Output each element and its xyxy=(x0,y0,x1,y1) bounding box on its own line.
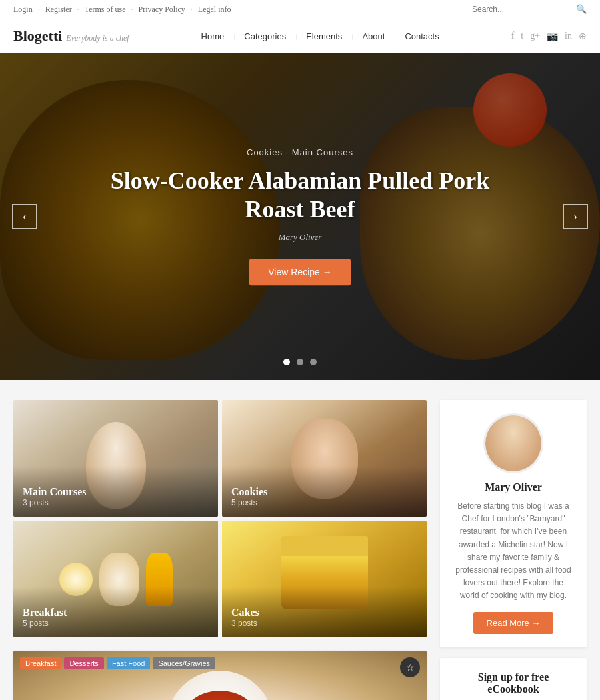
recent-post-image: Breakfast Desserts Fast Food Sauces/Grav… xyxy=(13,651,427,700)
view-recipe-button[interactable]: View Recipe → xyxy=(249,259,350,286)
main-content: Main Courses 3 posts Cookies 5 posts xyxy=(0,380,600,700)
bookmark-icon[interactable]: ☆ xyxy=(400,657,420,677)
topbar-login[interactable]: Login xyxy=(13,5,33,15)
signup-title: Sign up for free eCookbook xyxy=(453,671,573,695)
hero-author: Mary Oliver xyxy=(100,233,500,243)
hero-prev-button[interactable]: ‹ xyxy=(12,204,37,229)
author-bio: Before starting this blog I was a Chef f… xyxy=(453,500,573,603)
category-card-cakes[interactable]: Cakes 3 posts xyxy=(222,521,427,637)
category-posts: 5 posts xyxy=(23,619,209,628)
hero-dot-2[interactable] xyxy=(297,359,303,365)
recent-post-wrapper: Breakfast Desserts Fast Food Sauces/Grav… xyxy=(13,651,427,700)
hero-slider: Cookies · Main Courses Slow-Cooker Alaba… xyxy=(0,53,600,380)
category-posts: 3 posts xyxy=(23,498,209,507)
signup-card: Sign up for free eCookbook Subscribe and… xyxy=(440,658,587,701)
linkedin-icon[interactable]: in xyxy=(565,31,572,41)
author-card: Mary Oliver Before starting this blog I … xyxy=(440,400,587,647)
left-column: Main Courses 3 posts Cookies 5 posts xyxy=(13,400,427,700)
tag-sauces[interactable]: Sauces/Gravies xyxy=(153,657,215,669)
nav-home[interactable]: Home xyxy=(192,31,234,41)
nav-contacts[interactable]: Contacts xyxy=(395,31,448,41)
facebook-icon[interactable]: f xyxy=(511,31,515,41)
header: Blogetti Everybody is a chef Home | Cate… xyxy=(0,19,600,53)
tag-breakfast[interactable]: Breakfast xyxy=(20,657,61,669)
author-avatar-image xyxy=(485,415,541,471)
category-name: Main Courses xyxy=(23,486,209,498)
main-nav: Home | Categories | Elements | About | C… xyxy=(192,31,449,41)
topbar-privacy[interactable]: Privacy Policy xyxy=(138,5,185,15)
topbar-terms[interactable]: Terms of use xyxy=(85,5,126,15)
category-card-breakfast[interactable]: Breakfast 5 posts xyxy=(13,521,218,637)
topbar: Login · Register · Terms of use · Privac… xyxy=(0,0,600,19)
category-name: Cakes xyxy=(231,607,417,619)
logo-title: Blogetti xyxy=(13,27,62,45)
category-posts: 5 posts xyxy=(231,498,417,507)
pasta-plate xyxy=(167,671,273,700)
category-name: Breakfast xyxy=(23,607,209,619)
category-card-main-courses[interactable]: Main Courses 3 posts xyxy=(13,400,218,517)
hero-dot-1[interactable] xyxy=(283,359,290,365)
hero-content: Cookies · Main Courses Slow-Cooker Alaba… xyxy=(100,147,500,285)
nav-categories[interactable]: Categories xyxy=(235,31,295,41)
rss-icon[interactable]: ⊕ xyxy=(579,31,587,42)
read-more-button[interactable]: Read More → xyxy=(473,612,554,634)
hero-categories: Cookies · Main Courses xyxy=(100,147,500,157)
search-input[interactable] xyxy=(472,5,572,14)
category-overlay: Breakfast 5 posts xyxy=(13,587,218,637)
category-overlay: Cookies 5 posts xyxy=(222,466,427,517)
category-name: Cookies xyxy=(231,486,417,498)
tag-desserts[interactable]: Desserts xyxy=(64,657,103,669)
nav-elements[interactable]: Elements xyxy=(297,31,351,41)
search-icon[interactable]: 🔍 xyxy=(576,4,587,15)
twitter-icon[interactable]: t xyxy=(521,31,523,41)
category-card-cookies[interactable]: Cookies 5 posts xyxy=(222,400,427,517)
topbar-links: Login · Register · Terms of use · Privac… xyxy=(13,5,231,15)
instagram-icon[interactable]: 📷 xyxy=(547,31,558,42)
recent-post-card: Breakfast Desserts Fast Food Sauces/Grav… xyxy=(13,651,427,700)
topbar-legal[interactable]: Legal info xyxy=(198,5,231,15)
author-name: Mary Oliver xyxy=(453,481,573,493)
category-posts: 3 posts xyxy=(231,619,417,628)
hero-dot-3[interactable] xyxy=(310,359,317,365)
logo: Blogetti Everybody is a chef xyxy=(13,27,129,45)
hero-next-button[interactable]: › xyxy=(563,204,588,229)
topbar-search: 🔍 xyxy=(472,4,587,15)
author-avatar xyxy=(483,413,543,473)
category-overlay: Cakes 3 posts xyxy=(222,587,427,637)
tags-overlay: Breakfast Desserts Fast Food Sauces/Grav… xyxy=(20,657,215,669)
topbar-register[interactable]: Register xyxy=(45,5,72,15)
nav-about[interactable]: About xyxy=(353,31,394,41)
hero-dots xyxy=(283,359,317,365)
googleplus-icon[interactable]: g+ xyxy=(530,31,540,41)
category-overlay: Main Courses 3 posts xyxy=(13,466,218,517)
sidebar: Mary Oliver Before starting this blog I … xyxy=(440,400,587,700)
tag-fastfood[interactable]: Fast Food xyxy=(107,657,151,669)
hero-title: Slow-Cooker Alabamian Pulled Pork Roast … xyxy=(100,167,500,224)
logo-tagline: Everybody is a chef xyxy=(66,33,129,43)
header-social: f t g+ 📷 in ⊕ xyxy=(511,31,587,42)
pasta-food xyxy=(180,691,260,700)
category-grid: Main Courses 3 posts Cookies 5 posts xyxy=(13,400,427,637)
